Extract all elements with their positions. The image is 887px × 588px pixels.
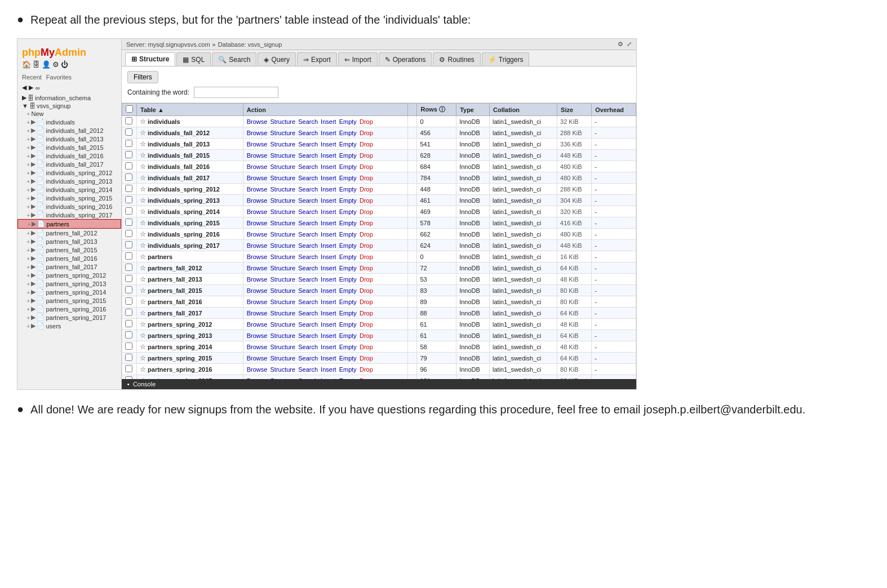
action-drop-22[interactable]: Drop	[360, 366, 373, 373]
logo-icon-home[interactable]: 🏠	[22, 60, 31, 69]
action-search-0[interactable]: Search	[298, 118, 318, 125]
action-search-11[interactable]: Search	[298, 242, 318, 249]
action-empty-12[interactable]: Empty	[339, 253, 357, 260]
action-search-21[interactable]: Search	[298, 355, 318, 362]
action-insert-11[interactable]: Insert	[321, 242, 336, 249]
sidebar-item-partners_spring_2015[interactable]: + ▶ 📄 partners_spring_2015	[17, 296, 121, 305]
action-browse-5[interactable]: Browse	[247, 175, 268, 181]
action-structure-19[interactable]: Structure	[270, 332, 295, 339]
sidebar-item-individuals_spring_2012[interactable]: + ▶ 📄 individuals_spring_2012	[17, 168, 121, 177]
action-empty-17[interactable]: Empty	[339, 310, 357, 317]
action-search-5[interactable]: Search	[298, 175, 318, 181]
action-empty-1[interactable]: Empty	[339, 130, 357, 136]
action-drop-4[interactable]: Drop	[360, 163, 373, 170]
sidebar-item-individuals_fall_2015[interactable]: + ▶ 📄 individuals_fall_2015	[17, 143, 121, 152]
action-browse-21[interactable]: Browse	[247, 355, 268, 362]
action-empty-9[interactable]: Empty	[339, 220, 357, 226]
action-structure-13[interactable]: Structure	[270, 265, 295, 271]
sidebar-item-partners_fall_2017[interactable]: + ▶ 📄 partners_fall_2017	[17, 262, 121, 271]
row-check-8[interactable]	[125, 207, 132, 215]
action-structure-0[interactable]: Structure	[270, 118, 295, 125]
sidebar-item-partners_fall_2016[interactable]: + ▶ 📄 partners_fall_2016	[17, 254, 121, 262]
row-check-5[interactable]	[125, 173, 132, 181]
action-browse-22[interactable]: Browse	[247, 366, 268, 373]
row-star-12[interactable]: ☆	[140, 253, 146, 261]
action-search-4[interactable]: Search	[298, 163, 318, 170]
action-drop-18[interactable]: Drop	[360, 321, 373, 328]
action-browse-1[interactable]: Browse	[247, 130, 268, 136]
action-structure-1[interactable]: Structure	[270, 130, 295, 136]
action-browse-19[interactable]: Browse	[247, 332, 268, 339]
action-structure-17[interactable]: Structure	[270, 310, 295, 317]
action-browse-11[interactable]: Browse	[247, 242, 268, 249]
action-insert-1[interactable]: Insert	[321, 130, 336, 136]
action-search-2[interactable]: Search	[298, 141, 318, 148]
row-star-2[interactable]: ☆	[140, 140, 146, 148]
action-browse-20[interactable]: Browse	[247, 344, 268, 350]
action-structure-6[interactable]: Structure	[270, 186, 295, 193]
action-browse-13[interactable]: Browse	[247, 265, 268, 271]
action-search-22[interactable]: Search	[298, 366, 318, 373]
sidebar-item-individuals_fall_2012[interactable]: + ▶ 📄 individuals_fall_2012	[17, 126, 121, 135]
action-empty-19[interactable]: Empty	[339, 332, 357, 339]
row-check-9[interactable]	[125, 219, 132, 226]
action-search-7[interactable]: Search	[298, 197, 318, 204]
action-search-17[interactable]: Search	[298, 310, 318, 317]
sidebar-item-individuals_spring_2017[interactable]: + ▶ 📄 individuals_spring_2017	[17, 211, 121, 219]
sidebar-item-users[interactable]: + ▶ 📄 users	[17, 322, 121, 330]
action-insert-14[interactable]: Insert	[321, 276, 336, 283]
action-empty-21[interactable]: Empty	[339, 355, 357, 362]
action-browse-18[interactable]: Browse	[247, 321, 268, 328]
filters-button[interactable]: Filters	[127, 71, 158, 83]
row-star-0[interactable]: ☆	[140, 118, 146, 126]
action-empty-0[interactable]: Empty	[339, 118, 357, 125]
tab-search[interactable]: 🔍Search	[212, 52, 256, 66]
row-star-11[interactable]: ☆	[140, 242, 146, 250]
sidebar-item-vsvs_signup[interactable]: ▼ 🗄 vsvs_signup	[17, 102, 121, 110]
tab-export[interactable]: ⇒Export	[297, 52, 337, 66]
row-star-16[interactable]: ☆	[140, 298, 146, 306]
action-drop-7[interactable]: Drop	[360, 197, 373, 204]
action-structure-18[interactable]: Structure	[270, 321, 295, 328]
action-empty-22[interactable]: Empty	[339, 366, 357, 373]
row-check-22[interactable]	[125, 365, 132, 372]
action-search-3[interactable]: Search	[298, 152, 318, 159]
action-empty-23[interactable]: Empty	[339, 377, 357, 380]
action-drop-8[interactable]: Drop	[360, 208, 373, 215]
action-drop-3[interactable]: Drop	[360, 152, 373, 159]
action-insert-6[interactable]: Insert	[321, 186, 336, 193]
action-drop-13[interactable]: Drop	[360, 265, 373, 271]
tab-operations[interactable]: ✎Operations	[379, 52, 432, 66]
action-browse-9[interactable]: Browse	[247, 220, 268, 226]
row-check-15[interactable]	[125, 286, 132, 293]
th-rows[interactable]: Rows ⓘ	[417, 104, 456, 116]
select-all-checkbox[interactable]	[126, 105, 133, 113]
action-search-23[interactable]: Search	[298, 377, 318, 380]
action-drop-11[interactable]: Drop	[360, 242, 373, 249]
action-drop-6[interactable]: Drop	[360, 186, 373, 193]
sidebar-item-individuals_spring_2015[interactable]: + ▶ 📄 individuals_spring_2015	[17, 194, 121, 202]
row-star-17[interactable]: ☆	[140, 309, 146, 317]
action-search-20[interactable]: Search	[298, 344, 318, 350]
row-check-14[interactable]	[125, 275, 132, 282]
action-browse-12[interactable]: Browse	[247, 253, 268, 260]
action-insert-22[interactable]: Insert	[321, 366, 336, 373]
action-browse-16[interactable]: Browse	[247, 299, 268, 305]
action-empty-5[interactable]: Empty	[339, 175, 357, 181]
sidebar-item-partners_spring_2013[interactable]: + ▶ 📄 partners_spring_2013	[17, 279, 121, 288]
sidebar-item-individuals_spring_2013[interactable]: + ▶ 📄 individuals_spring_2013	[17, 177, 121, 185]
favorites-label[interactable]: Favorites	[46, 74, 72, 81]
nav-fwd-icon[interactable]: ▶	[29, 84, 33, 91]
action-empty-11[interactable]: Empty	[339, 242, 357, 249]
action-structure-4[interactable]: Structure	[270, 163, 295, 170]
logo-icon-db[interactable]: 🗄	[33, 60, 40, 69]
action-insert-2[interactable]: Insert	[321, 141, 336, 148]
action-structure-2[interactable]: Structure	[270, 141, 295, 148]
action-structure-20[interactable]: Structure	[270, 344, 295, 350]
row-check-19[interactable]	[125, 331, 132, 338]
row-check-6[interactable]	[125, 185, 132, 192]
row-check-2[interactable]	[125, 140, 132, 147]
action-insert-3[interactable]: Insert	[321, 152, 336, 159]
action-browse-15[interactable]: Browse	[247, 287, 268, 294]
row-check-3[interactable]	[125, 151, 132, 158]
